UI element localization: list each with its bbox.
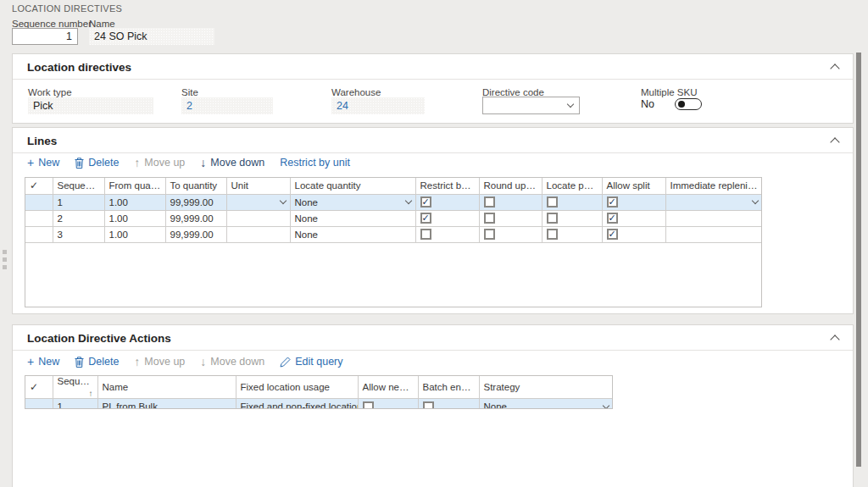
col-batch-enabled[interactable]: Batch enabled	[418, 376, 479, 399]
delete-button[interactable]: Delete	[75, 356, 119, 368]
to-quantity-cell[interactable]: 99,999.00	[165, 210, 226, 226]
new-button[interactable]: + New	[27, 157, 59, 169]
sequence-cell[interactable]: 2	[53, 210, 104, 226]
checkbox[interactable]	[420, 213, 431, 224]
warehouse-field[interactable]: 24	[331, 97, 425, 114]
col-restrict-by-unit[interactable]: Restrict by unit	[415, 178, 479, 194]
checkbox[interactable]	[484, 213, 495, 224]
from-quantity-cell[interactable]: 1.00	[104, 226, 165, 242]
col-allow-negative[interactable]: Allow negativ...	[358, 376, 418, 399]
checkbox[interactable]	[607, 213, 618, 224]
col-locate-packing[interactable]: Locate packin...	[542, 178, 602, 194]
restrict-by-unit-cell[interactable]	[415, 226, 479, 242]
fixed-location-usage-cell[interactable]: Fixed and non-fixed locations	[236, 399, 358, 410]
collapse-chevron-icon[interactable]	[832, 64, 839, 71]
checkbox[interactable]	[420, 229, 431, 240]
table-row[interactable]: 1 1.00 99,999.00 None	[25, 194, 762, 210]
edit-query-button[interactable]: Edit query	[280, 356, 342, 368]
locate-quantity-cell[interactable]: None	[290, 226, 415, 242]
table-row[interactable]: 2 1.00 99,999.00 None	[25, 210, 762, 226]
row-select-cell[interactable]	[25, 194, 53, 210]
immediate-replenishment-cell[interactable]	[665, 194, 762, 210]
checkbox[interactable]	[484, 229, 495, 240]
round-up-to-cell[interactable]	[479, 210, 542, 226]
restrict-by-unit-button[interactable]: Restrict by unit	[280, 157, 350, 169]
round-up-to-cell[interactable]	[479, 226, 542, 242]
unit-cell[interactable]	[226, 194, 290, 210]
sequence-cell[interactable]: 1	[53, 194, 104, 210]
work-type-field[interactable]: Pick	[28, 97, 153, 114]
arrow-down-icon: ↓	[200, 356, 206, 368]
col-from-quantity[interactable]: From quantity	[104, 178, 165, 194]
name-cell[interactable]: PL from Bulk	[97, 399, 236, 410]
locate-packing-cell[interactable]	[542, 210, 602, 226]
col-strategy[interactable]: Strategy	[479, 376, 613, 399]
immediate-replenishment-cell[interactable]	[665, 210, 762, 226]
locate-quantity-cell[interactable]: None	[290, 210, 415, 226]
col-immediate-replenishment[interactable]: Immediate replenishm...	[665, 178, 762, 194]
multiple-sku-toggle[interactable]	[675, 98, 702, 110]
checkbox[interactable]	[607, 229, 618, 240]
row-select-cell[interactable]	[25, 226, 53, 242]
col-sequence[interactable]: Sequence ...↑	[53, 376, 97, 399]
immediate-replenishment-cell[interactable]	[665, 226, 762, 242]
row-select-cell[interactable]	[25, 210, 53, 226]
from-quantity-cell[interactable]: 1.00	[104, 194, 165, 210]
select-all-header[interactable]: ✓	[25, 376, 53, 399]
checkbox[interactable]	[423, 401, 434, 409]
checkbox[interactable]	[484, 196, 495, 208]
new-button[interactable]: + New	[27, 356, 59, 368]
col-allow-split[interactable]: Allow split	[602, 178, 665, 194]
sequence-number-input[interactable]: 1	[12, 28, 78, 45]
directive-code-dropdown[interactable]	[482, 97, 580, 114]
col-unit[interactable]: Unit	[226, 178, 290, 194]
batch-enabled-cell[interactable]	[418, 399, 479, 410]
checkbox[interactable]	[607, 196, 618, 208]
restrict-by-unit-cell[interactable]	[415, 210, 479, 226]
allow-negative-cell[interactable]	[358, 399, 418, 410]
select-all-header[interactable]: ✓	[25, 178, 53, 194]
unit-cell[interactable]	[226, 226, 290, 242]
checkbox[interactable]	[420, 196, 431, 208]
col-round-up-to[interactable]: Round up to ...	[479, 178, 542, 194]
allow-split-cell[interactable]	[602, 226, 665, 242]
table-row[interactable]: 3 1.00 99,999.00 None	[25, 226, 762, 242]
checkbox[interactable]	[547, 196, 558, 208]
site-field[interactable]: 2	[181, 97, 273, 114]
move-down-button[interactable]: ↓ Move down	[200, 157, 264, 169]
move-up-button[interactable]: ↑ Move up	[134, 157, 185, 169]
pane-splitter-grip[interactable]	[1, 250, 8, 277]
sequence-cell[interactable]: 1	[53, 399, 97, 410]
to-quantity-cell[interactable]: 99,999.00	[165, 194, 226, 210]
col-to-quantity[interactable]: To quantity	[165, 178, 226, 194]
vertical-scrollbar[interactable]	[856, 53, 861, 467]
restrict-by-unit-cell[interactable]	[415, 194, 479, 210]
collapse-chevron-icon[interactable]	[832, 335, 839, 342]
sequence-cell[interactable]: 3	[53, 226, 104, 242]
allow-split-cell[interactable]	[602, 194, 665, 210]
location-directive-actions-panel: Location Directive Actions + New Delete …	[12, 324, 854, 487]
col-name[interactable]: Name	[97, 376, 236, 399]
collapse-chevron-icon[interactable]	[832, 137, 839, 145]
col-fixed-location-usage[interactable]: Fixed location usage	[236, 376, 358, 399]
locate-packing-cell[interactable]	[542, 194, 602, 210]
table-row[interactable]: 1 PL from Bulk Fixed and non-fixed locat…	[25, 399, 613, 410]
round-up-to-cell[interactable]	[479, 194, 542, 210]
locate-quantity-cell[interactable]: None	[290, 194, 415, 210]
strategy-cell[interactable]: None	[479, 399, 613, 410]
row-select-cell[interactable]	[25, 399, 53, 410]
checkbox[interactable]	[547, 213, 558, 224]
delete-button[interactable]: Delete	[75, 157, 119, 169]
col-locate-quantity[interactable]: Locate quantity	[290, 178, 415, 194]
to-quantity-cell[interactable]: 99,999.00	[165, 226, 226, 242]
name-field[interactable]: 24 SO Pick	[89, 28, 214, 45]
allow-split-cell[interactable]	[602, 210, 665, 226]
checkbox[interactable]	[363, 401, 374, 409]
locate-packing-cell[interactable]	[542, 226, 602, 242]
move-up-button[interactable]: ↑ Move up	[134, 356, 185, 368]
unit-cell[interactable]	[226, 210, 290, 226]
checkbox[interactable]	[547, 229, 558, 240]
from-quantity-cell[interactable]: 1.00	[104, 210, 165, 226]
move-down-button[interactable]: ↓ Move down	[200, 356, 264, 368]
col-sequence[interactable]: Sequence nu...	[53, 178, 104, 194]
